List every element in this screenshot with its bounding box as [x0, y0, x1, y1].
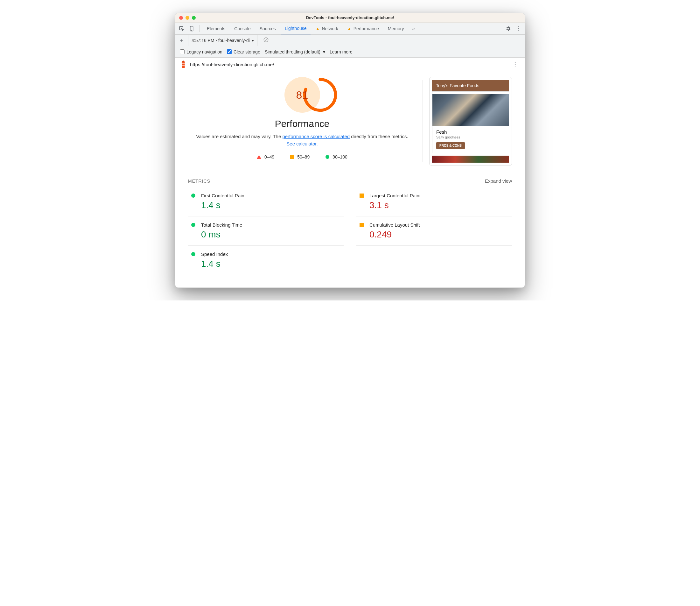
- tab-performance[interactable]: ▲ Performance: [343, 23, 383, 34]
- square-icon: [360, 223, 364, 227]
- inspect-icon[interactable]: [177, 24, 186, 33]
- warning-icon: ▲: [347, 26, 352, 31]
- lighthouse-options: Legacy navigation Clear storage Simulate…: [175, 46, 525, 57]
- devtools-window: DevTools - foul-heavenly-direction.glitc…: [175, 13, 525, 288]
- square-icon: [360, 193, 364, 197]
- chevron-down-icon: ▾: [323, 49, 325, 54]
- pros-cons-button: PROS & CONS: [436, 142, 465, 149]
- metric-tbt[interactable]: Total Blocking Time 0 ms: [188, 216, 344, 246]
- svg-line-4: [264, 38, 267, 41]
- metric-name: Cumulative Layout Shift: [369, 222, 420, 228]
- titlebar: DevTools - foul-heavenly-direction.glitc…: [175, 13, 525, 23]
- kebab-icon[interactable]: ⋮: [514, 24, 523, 33]
- metric-fcp[interactable]: First Contentful Paint 1.4 s: [188, 187, 344, 216]
- preview-card-title: Fesh: [432, 126, 509, 135]
- metric-name: Largest Contentful Paint: [369, 193, 420, 198]
- tab-lighthouse[interactable]: Lighthouse: [281, 23, 311, 34]
- metric-name: First Contentful Paint: [201, 193, 246, 198]
- tab-label: Memory: [388, 26, 404, 31]
- metric-lcp[interactable]: Largest Contentful Paint 3.1 s: [356, 187, 512, 216]
- performance-gauge[interactable]: 81: [285, 77, 320, 113]
- gear-icon[interactable]: [504, 24, 513, 33]
- learn-more-link[interactable]: Learn more: [330, 49, 353, 54]
- report-url: https://foul-heavenly-direction.glitch.m…: [190, 62, 507, 67]
- tab-memory[interactable]: Memory: [384, 23, 408, 34]
- divider: [423, 80, 423, 162]
- metrics-header: METRICS Expand view: [188, 172, 512, 187]
- report-summary: 81 Performance Values are estimated and …: [175, 71, 525, 169]
- panel-tabstrip: Elements Console Sources Lighthouse ▲ Ne…: [175, 23, 525, 35]
- preview-card: Tony's Favorite Foods Fesh Salty goodnes…: [429, 77, 512, 165]
- gauge-score: 81: [285, 77, 320, 113]
- page-preview: Tony's Favorite Foods Fesh Salty goodnes…: [429, 77, 512, 165]
- lighthouse-toolbar: ＋ 4:57:16 PM - foul-heavenly-di ▾: [175, 35, 525, 46]
- circle-icon: [191, 193, 195, 197]
- preview-image: [432, 94, 509, 126]
- metric-value: 3.1 s: [369, 200, 512, 210]
- report-urlbar: https://foul-heavenly-direction.glitch.m…: [175, 57, 525, 71]
- tab-elements[interactable]: Elements: [203, 23, 229, 34]
- score-calc-link[interactable]: performance score is calculated: [282, 134, 350, 139]
- clear-storage-checkbox[interactable]: Clear storage: [227, 49, 260, 54]
- square-icon: [290, 155, 294, 159]
- legend-fail: 0–49: [257, 154, 274, 160]
- metrics-section: METRICS Expand view First Contentful Pai…: [175, 169, 525, 287]
- metric-cls[interactable]: Cumulative Layout Shift 0.249: [356, 216, 512, 246]
- checkbox-label: Legacy navigation: [187, 49, 222, 54]
- clear-icon[interactable]: [263, 37, 269, 44]
- legend-label: 90–100: [333, 154, 347, 160]
- preview-header: Tony's Favorite Foods: [432, 80, 509, 91]
- throttling-select[interactable]: Simulated throttling (default) ▾: [265, 49, 325, 54]
- tab-network[interactable]: ▲ Network: [312, 23, 342, 34]
- tab-label: Elements: [207, 26, 225, 31]
- expand-view-button[interactable]: Expand view: [485, 178, 512, 184]
- legacy-nav-checkbox[interactable]: Legacy navigation: [180, 49, 222, 54]
- preview-food-card: Fesh Salty goodness PROS & CONS: [432, 91, 509, 153]
- maximize-icon[interactable]: [192, 16, 196, 20]
- report-selector[interactable]: 4:57:16 PM - foul-heavenly-di ▾: [188, 35, 258, 46]
- warning-icon: ▲: [316, 26, 320, 31]
- legend-label: 50–89: [297, 154, 310, 160]
- preview-card-subtitle: Salty goodness: [432, 135, 509, 142]
- legend-label: 0–49: [264, 154, 274, 160]
- tab-label: Console: [234, 26, 250, 31]
- triangle-icon: [257, 155, 261, 159]
- window-title: DevTools - foul-heavenly-direction.glitc…: [175, 15, 525, 20]
- more-tabs-icon[interactable]: »: [409, 24, 418, 33]
- metric-name: Total Blocking Time: [201, 222, 242, 228]
- tab-sources[interactable]: Sources: [256, 23, 280, 34]
- circle-icon: [191, 252, 195, 256]
- circle-icon: [191, 223, 195, 227]
- checkbox-input[interactable]: [180, 49, 185, 54]
- tab-label: Network: [322, 26, 338, 31]
- svg-rect-6: [182, 65, 185, 66]
- metric-value: 0.249: [369, 230, 512, 240]
- chevron-down-icon: ▾: [252, 38, 254, 43]
- circle-icon: [325, 155, 329, 159]
- calculator-link[interactable]: See calculator.: [286, 141, 317, 146]
- preview-image: [432, 156, 509, 163]
- legend-avg: 50–89: [290, 154, 310, 160]
- tab-console[interactable]: Console: [231, 23, 254, 34]
- metrics-grid: First Contentful Paint 1.4 s Largest Con…: [188, 187, 512, 275]
- checkbox-input[interactable]: [227, 49, 232, 54]
- metric-value: 1.4 s: [201, 259, 344, 269]
- minimize-icon[interactable]: [186, 16, 189, 20]
- report-selector-label: 4:57:16 PM - foul-heavenly-di: [192, 38, 250, 43]
- score-description: Values are estimated and may vary. The p…: [188, 133, 416, 147]
- traffic-lights: [179, 16, 196, 20]
- lighthouse-icon: [180, 60, 187, 68]
- metric-value: 0 ms: [201, 230, 344, 240]
- device-toggle-icon[interactable]: [187, 24, 196, 33]
- desc-text: Values are estimated and may vary. The: [196, 134, 282, 139]
- divider: [199, 25, 200, 32]
- checkbox-label: Clear storage: [234, 49, 260, 54]
- close-icon[interactable]: [179, 16, 183, 20]
- score-legend: 0–49 50–89 90–100: [188, 154, 416, 160]
- metric-si[interactable]: Speed Index 1.4 s: [188, 246, 344, 275]
- new-report-button[interactable]: ＋: [178, 37, 184, 44]
- metric-value: 1.4 s: [201, 200, 344, 210]
- metrics-heading: METRICS: [188, 179, 210, 184]
- tab-label: Lighthouse: [285, 26, 307, 31]
- kebab-icon[interactable]: ⋮: [510, 61, 520, 68]
